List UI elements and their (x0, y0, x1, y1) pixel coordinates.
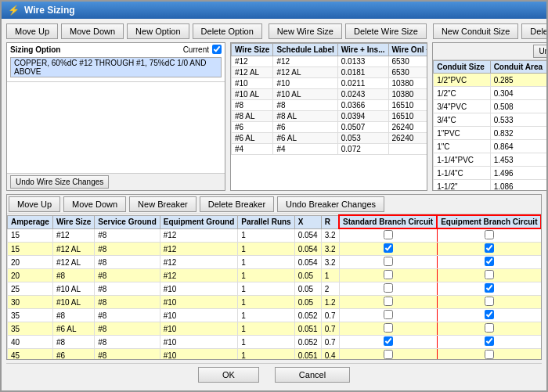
conduit-panel: Undo Conduit Changes Conduit Size Condui… (432, 42, 546, 191)
col-service-ground: Service Ground (95, 215, 160, 228)
wire-cell: #6 (232, 122, 273, 133)
branch-checkbox[interactable] (384, 257, 393, 266)
delete-wire-size-button[interactable]: Delete Wire Size (345, 23, 427, 39)
sizing-option-label: Sizing Option (10, 45, 60, 54)
undo-conduit-button[interactable]: Undo Conduit Changes (533, 45, 546, 58)
wire-sizing-window: ⚡ Wire Sizing Move Up Move Down New Opti… (0, 0, 548, 392)
breaker-cell: #8 (95, 309, 160, 322)
conduit-cell: 1"C (434, 140, 490, 153)
branch-checkbox[interactable] (485, 257, 494, 266)
branch-checkbox[interactable] (384, 243, 393, 253)
wire-col-size: Wire Size (232, 44, 273, 56)
branch-checkbox[interactable] (384, 350, 393, 359)
cancel-button[interactable]: Cancel (275, 367, 350, 383)
title-icon: ⚡ (8, 5, 20, 16)
conduit-cell: 1.496 (490, 167, 546, 180)
sizing-option-panel: Sizing Option Current COPPER, 60%dC #12 … (6, 42, 225, 191)
branch-checkbox[interactable] (485, 323, 494, 333)
breaker-cell: #8 (95, 282, 160, 296)
breaker-cell: 3.2 (321, 243, 339, 256)
window-title: Wire Sizing (24, 5, 75, 16)
wire-cell: 0.053 (337, 133, 388, 144)
breaker-cell: 15 (8, 243, 53, 256)
breaker-cell: 0.051 (294, 322, 321, 336)
breaker-cell (437, 243, 541, 256)
breaker-cell (437, 256, 541, 269)
breaker-cell: 3.2 (321, 228, 339, 243)
breaker-cell: 1 (238, 282, 294, 296)
delete-option-button[interactable]: Delete Option (193, 23, 262, 39)
wire-cell: #6 (273, 122, 337, 133)
breaker-cell (339, 309, 437, 322)
move-up-button[interactable]: Move Up (6, 23, 58, 39)
breaker-cell (437, 296, 541, 309)
branch-checkbox[interactable] (384, 283, 393, 293)
wire-col-schedule: Schedule Label (273, 44, 337, 56)
branch-checkbox[interactable] (384, 323, 393, 333)
breaker-cell: 0.7 (321, 336, 339, 349)
conduit-cell: 1-1/2" (434, 180, 490, 191)
wire-cell: #8 (273, 100, 337, 111)
move-down-button[interactable]: Move Down (61, 23, 124, 39)
wire-cell: #8 AL (232, 111, 273, 122)
conduit-cell: 0.304 (490, 87, 546, 100)
branch-checkbox[interactable] (485, 336, 494, 346)
wire-cell: #12 AL (232, 67, 273, 78)
breaker-cell: 0.054 (294, 256, 321, 269)
branch-checkbox[interactable] (485, 350, 494, 359)
table-row: 35#6 AL#8#1010.0510.7 (8, 322, 542, 336)
branch-checkbox[interactable] (384, 230, 393, 239)
wire-cell: 6530 (388, 67, 427, 78)
conduit-cell: 0.533 (490, 113, 546, 127)
branch-checkbox[interactable] (384, 297, 393, 306)
wire-cell: 0.072 (337, 144, 388, 155)
branch-checkbox[interactable] (485, 243, 494, 253)
branch-checkbox[interactable] (384, 270, 393, 279)
breaker-cell: #10 AL (52, 282, 94, 296)
breaker-cell (339, 296, 437, 309)
undo-wire-button[interactable]: Undo Wire Size Changes (10, 175, 109, 189)
breaker-cell (339, 282, 437, 296)
breaker-cell (437, 322, 541, 336)
breaker-cell: #10 (160, 349, 238, 360)
wire-cell: #12 (273, 56, 337, 67)
bottom-move-down-button[interactable]: Move Down (63, 196, 126, 212)
sizing-option-row: Sizing Option Current (7, 43, 225, 56)
breaker-cell: 20 (8, 269, 53, 282)
breaker-cell: 0.052 (294, 336, 321, 349)
branch-checkbox[interactable] (485, 297, 494, 306)
ok-button[interactable]: OK (198, 367, 259, 383)
delete-breaker-button[interactable]: Delete Breaker (200, 196, 274, 212)
branch-checkbox[interactable] (384, 310, 393, 319)
breaker-cell: 0.054 (294, 228, 321, 243)
middle-section: Sizing Option Current COPPER, 60%dC #12 … (6, 42, 542, 191)
delete-conduit-size-button[interactable]: Delete Conduit Size (521, 23, 546, 39)
breaker-cell: 35 (8, 322, 53, 336)
branch-checkbox[interactable] (485, 270, 494, 279)
current-checkbox[interactable] (212, 45, 222, 54)
new-breaker-button[interactable]: New Breaker (129, 196, 196, 212)
new-option-button[interactable]: New Option (127, 23, 189, 39)
breaker-cell: 1 (238, 349, 294, 360)
undo-breaker-button[interactable]: Undo Breaker Changes (277, 196, 384, 212)
col-parallel-runs: Parallel Runs (238, 215, 294, 228)
wire-cell (388, 144, 427, 155)
conduit-col-area: Conduit Area (490, 61, 546, 74)
new-wire-size-button[interactable]: New Wire Size (269, 23, 342, 39)
branch-checkbox[interactable] (485, 230, 494, 239)
wire-cell: #4 (232, 144, 273, 155)
branch-checkbox[interactable] (384, 336, 393, 346)
breaker-cell: 0.05 (294, 282, 321, 296)
conduit-cell: 0.508 (490, 100, 546, 113)
col-standard-branch: Standard Branch Circuit (339, 215, 437, 228)
wire-col-ins: Wire + Ins... (337, 44, 388, 56)
branch-checkbox[interactable] (485, 310, 494, 319)
branch-checkbox[interactable] (485, 283, 494, 293)
new-conduit-size-button[interactable]: New Conduit Size (433, 23, 518, 39)
breaker-cell (339, 322, 437, 336)
wire-cell: #10 AL (232, 89, 273, 100)
col-r: R (321, 215, 339, 228)
breaker-cell: #12 AL (52, 256, 94, 269)
conduit-cell: 0.864 (490, 140, 546, 153)
bottom-move-up-button[interactable]: Move Up (9, 196, 60, 212)
